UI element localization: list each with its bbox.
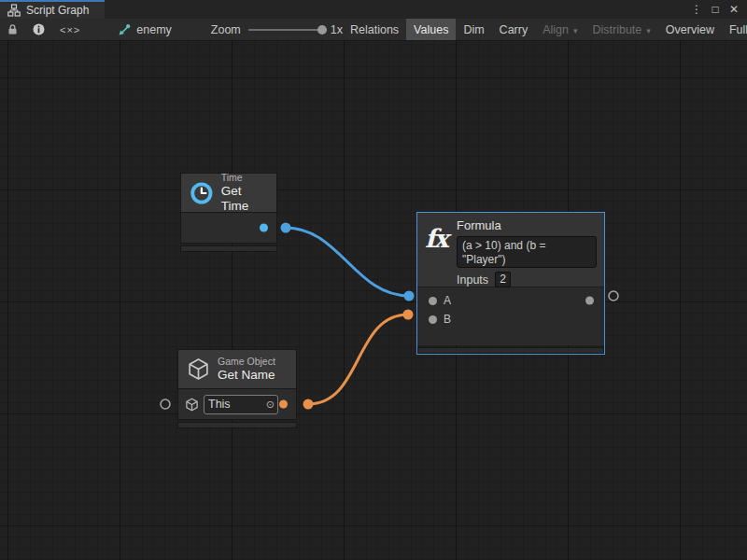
maximize-icon: □ [712,4,718,15]
node-category: Game Object [218,356,275,368]
align-label: Align [543,23,569,36]
get-name-body: This ⊙ [177,389,297,420]
port-row-b: B [417,310,604,329]
formula-input-port-a[interactable] [429,297,437,305]
window-controls: ⋮ □ ✕ [689,0,747,19]
node-get-name[interactable]: Game Object Get Name This ⊙ [177,349,297,428]
wire-get-name-to-formula-b[interactable] [308,315,408,404]
lock-button[interactable] [0,19,25,40]
title-bar: Script Graph ⋮ □ ✕ [0,0,747,19]
graph-canvas[interactable]: Time Get Time fx Formula (a > 10) and (b… [0,41,747,560]
relations-label: Relations [350,23,399,36]
close-icon: ✕ [729,4,739,15]
full-screen-label: Full Screen [729,23,747,36]
game-object-cube-icon [187,357,210,381]
dim-button[interactable]: Dim [456,19,491,40]
wire-endpoint-orange-start[interactable] [303,399,314,410]
code-preview-button[interactable]: <×> [52,19,88,40]
values-label: Values [414,23,448,36]
wire-endpoint-orange-end[interactable] [403,310,414,320]
get-name-target-empty-port[interactable] [161,399,170,409]
get-time-header[interactable]: Time Get Time [180,173,277,213]
formula-header[interactable]: fx Formula (a > 10) and (b = "Player") I… [417,213,604,287]
formula-footer [417,347,604,354]
values-button[interactable]: Values [406,19,456,40]
chevron-down-icon: ▾ [573,26,578,35]
clock-icon [190,180,214,206]
graph-breadcrumb[interactable]: enemy [110,19,179,40]
align-dropdown[interactable]: Align ▾ [535,19,585,40]
inputs-count-field[interactable]: 2 [495,272,511,287]
graph-hierarchy-icon [7,4,21,17]
chevron-down-icon: ▾ [646,26,651,35]
port-row-a: A [417,291,604,310]
zoom-slider[interactable] [248,29,325,31]
script-graph-window: { "window": { "title": "Script Graph", "… [0,0,747,560]
target-value: This [208,398,231,411]
distribute-dropdown[interactable]: Distribute ▾ [585,19,658,40]
inputs-label: Inputs [457,273,488,287]
formula-input-port-b[interactable] [429,315,437,324]
wire-endpoint-blue-end[interactable] [404,291,415,301]
get-time-output-port[interactable] [260,224,268,232]
window-menu-button[interactable]: ⋮ [689,2,704,17]
zoom-label: Zoom [211,23,241,36]
game-object-cube-icon-small [185,398,199,412]
formula-result-empty-port[interactable] [609,291,618,301]
wire-get-time-to-formula-a[interactable] [286,228,409,296]
relations-button[interactable]: Relations [343,19,406,40]
formula-output-port[interactable] [585,297,594,305]
graph-name-label: enemy [136,23,172,36]
overview-button[interactable]: Overview [658,19,722,40]
get-time-body [180,213,277,244]
full-screen-button[interactable]: Full Screen [722,19,747,40]
formula-expression-input[interactable]: (a > 10) and (b = "Player") [457,236,597,268]
overview-label: Overview [666,23,714,36]
inspect-button[interactable] [25,19,52,40]
maximize-button[interactable]: □ [708,2,723,17]
formula-ports: A B [417,287,604,345]
fx-icon: fx [425,224,447,253]
get-time-footer [180,245,277,252]
zoom-value: 1x [331,23,343,36]
get-name-footer [177,422,297,428]
info-icon [33,23,45,35]
close-button[interactable]: ✕ [726,2,741,17]
graph-toolbar: <×> enemy Zoom 1x Relations Values Dim C… [0,19,747,41]
tab-script-graph[interactable]: Script Graph [0,0,105,19]
node-category: Time [221,172,268,184]
lock-icon [7,23,18,35]
carry-label: Carry [500,23,529,36]
port-b-label: B [444,313,451,326]
connection-wires [0,41,747,560]
dim-label: Dim [463,23,484,36]
menu-icon: ⋮ [691,4,702,15]
node-formula[interactable]: fx Formula (a > 10) and (b = "Player") I… [416,212,605,355]
get-name-header[interactable]: Game Object Get Name [177,349,297,389]
zoom-slider-handle[interactable] [317,25,327,35]
code-icon: <×> [60,24,80,35]
tab-title: Script Graph [26,4,89,17]
carry-button[interactable]: Carry [492,19,536,40]
node-title: Get Name [218,368,275,383]
node-title: Formula [457,218,597,232]
port-a-label: A [444,294,451,307]
wire-endpoint-blue-start[interactable] [281,223,291,233]
zoom-control: Zoom 1x [204,19,343,40]
distribute-label: Distribute [593,23,642,36]
target-object-field[interactable]: This ⊙ [204,395,278,414]
script-graph-asset-icon [118,23,131,36]
get-name-output-port[interactable] [279,400,288,409]
node-get-time[interactable]: Time Get Time [180,173,277,252]
object-picker-icon[interactable]: ⊙ [266,399,275,411]
node-title: Get Time [221,184,268,214]
